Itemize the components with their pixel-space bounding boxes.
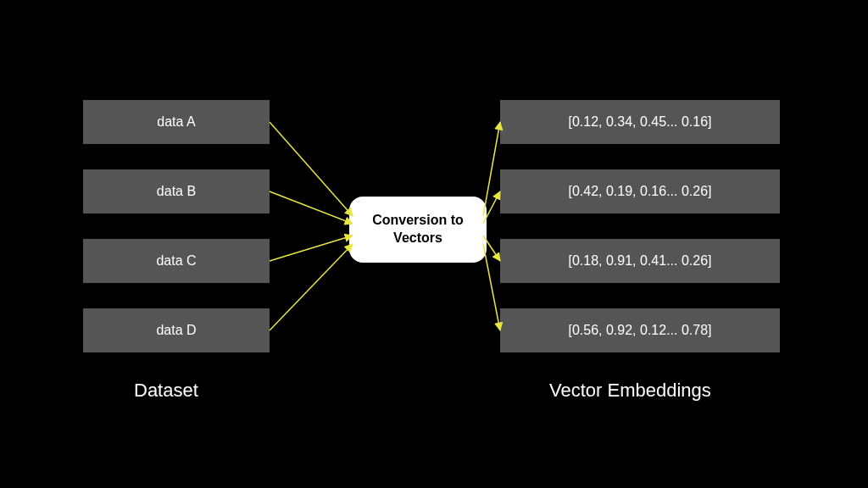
dataset-item: data B <box>83 169 270 214</box>
arrow-in <box>270 122 353 216</box>
embedding-diagram: data A data B data C data D Conversion t… <box>0 0 868 488</box>
vector-item: [0.42, 0.19, 0.16... 0.26] <box>500 169 780 214</box>
vector-item: [0.18, 0.91, 0.41... 0.26] <box>500 239 780 283</box>
converter-node: Conversion to Vectors <box>348 195 488 264</box>
arrow-in <box>270 236 353 261</box>
dataset-item: data A <box>83 100 270 144</box>
dataset-item: data C <box>83 239 270 283</box>
dataset-item: data D <box>83 308 270 352</box>
arrow-in <box>270 244 353 330</box>
vector-item: [0.56, 0.92, 0.12... 0.78] <box>500 308 780 352</box>
dataset-caption: Dataset <box>134 380 198 402</box>
vectors-caption: Vector Embeddings <box>549 380 711 402</box>
arrow-in <box>270 191 353 224</box>
vector-item: [0.12, 0.34, 0.45... 0.16] <box>500 100 780 144</box>
